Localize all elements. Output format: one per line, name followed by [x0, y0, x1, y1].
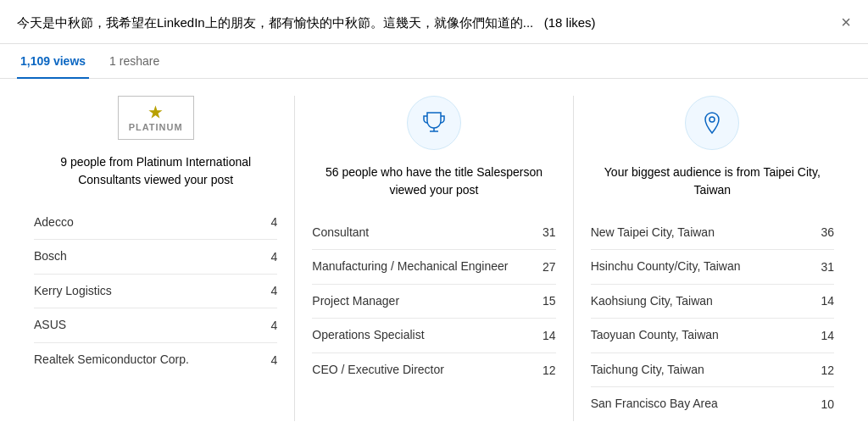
list-item: New Taipei City, Taiwan 36 [591, 216, 834, 251]
list-item: Realtek Semiconductor Corp. 4 [34, 343, 277, 377]
locations-column: Your biggest audience is from Taipei Cit… [574, 96, 851, 422]
location-label: Kaohsiung City, Taiwan [591, 293, 810, 310]
company-label: Adecco [34, 214, 253, 231]
companies-icon-area: ★ PLATINUM [34, 96, 277, 140]
trophy-icon [420, 109, 448, 136]
title-value: 31 [539, 225, 556, 239]
list-item: Hsinchu County/City, Taiwan 31 [591, 250, 834, 285]
title-label: Operations Specialist [312, 327, 531, 344]
likes-count: (18 likes) [544, 15, 596, 30]
header-text: 今天是中秋節，我希望在LinkedIn上的朋友，都有愉快的中秋節。這幾天，就像你… [17, 14, 827, 33]
list-item: Operations Specialist 14 [312, 319, 555, 353]
list-item: Consultant 31 [312, 216, 555, 251]
post-preview-text: 今天是中秋節，我希望在LinkedIn上的朋友，都有愉快的中秋節。這幾天，就像你… [17, 15, 533, 30]
list-item: CEO / Executive Director 12 [312, 353, 555, 387]
list-item: Manufacturing / Mechanical Engineer 27 [312, 250, 555, 285]
close-button[interactable]: × [841, 14, 851, 31]
company-value: 4 [260, 250, 277, 264]
location-value: 14 [817, 329, 834, 342]
list-item: Kaohsiung City, Taiwan 14 [591, 285, 834, 319]
locations-icon-area [591, 96, 834, 150]
locations-title: Your biggest audience is from Taipei Cit… [591, 164, 834, 199]
titles-list: Consultant 31 Manufacturing / Mechanical… [312, 216, 555, 387]
pin-icon-circle [685, 96, 739, 150]
location-label: San Francisco Bay Area [591, 396, 810, 413]
titles-title: 56 people who have the title Salesperson… [312, 164, 555, 199]
list-item: Taoyuan County, Taiwan 14 [591, 319, 834, 353]
location-label: Taichung City, Taiwan [591, 362, 810, 379]
location-label: Taoyuan County, Taiwan [591, 327, 810, 344]
title-value: 27 [539, 260, 556, 274]
tab-views[interactable]: 1,109 views [17, 44, 89, 78]
platinum-badge: ★ PLATINUM [118, 96, 194, 140]
companies-title: 9 people from Platinum International Con… [34, 153, 277, 189]
list-item: Adecco 4 [34, 206, 277, 241]
company-value: 4 [260, 215, 277, 229]
location-label: Hsinchu County/City, Taiwan [591, 258, 810, 275]
company-label: Bosch [34, 248, 253, 265]
list-item: ASUS 4 [34, 308, 277, 343]
list-item: Bosch 4 [34, 240, 277, 275]
tab-reshare-label: 1 reshare [109, 54, 159, 68]
locations-list: New Taipei City, Taiwan 36 Hsinchu Count… [591, 216, 834, 422]
titles-icon-area [312, 96, 555, 150]
title-label: CEO / Executive Director [312, 362, 531, 379]
company-label: Realtek Semiconductor Corp. [34, 352, 253, 369]
title-value: 14 [539, 329, 556, 342]
title-label: Project Manager [312, 293, 531, 310]
trophy-icon-circle [407, 96, 461, 150]
location-value: 14 [817, 294, 834, 308]
location-value: 36 [817, 225, 834, 239]
company-value: 4 [260, 319, 277, 332]
list-item: Project Manager 15 [312, 285, 555, 319]
content-area: ★ PLATINUM 9 people from Platinum Intern… [0, 79, 868, 439]
modal-container: 今天是中秋節，我希望在LinkedIn上的朋友，都有愉快的中秋節。這幾天，就像你… [0, 0, 868, 438]
titles-column: 56 people who have the title Salesperson… [295, 96, 573, 422]
company-value: 4 [260, 353, 277, 367]
location-label: New Taipei City, Taiwan [591, 225, 810, 241]
tabs-bar: 1,109 views 1 reshare [0, 44, 868, 79]
tab-views-label: 1,109 views [20, 54, 86, 68]
location-value: 12 [817, 364, 834, 377]
list-item: Kerry Logistics 4 [34, 275, 277, 309]
company-label: Kerry Logistics [34, 283, 253, 300]
title-value: 12 [539, 364, 556, 377]
platinum-text: PLATINUM [129, 122, 183, 132]
title-label: Consultant [312, 225, 531, 241]
list-item: Taichung City, Taiwan 12 [591, 353, 834, 388]
location-pin-icon [698, 109, 726, 136]
title-label: Manufacturing / Mechanical Engineer [312, 258, 531, 275]
title-value: 15 [539, 294, 556, 308]
companies-column: ★ PLATINUM 9 people from Platinum Intern… [17, 96, 295, 422]
tab-reshare[interactable]: 1 reshare [106, 44, 163, 78]
company-value: 4 [260, 284, 277, 297]
platinum-star-icon: ★ [148, 103, 163, 122]
header: 今天是中秋節，我希望在LinkedIn上的朋友，都有愉快的中秋節。這幾天，就像你… [0, 0, 868, 44]
svg-point-0 [709, 117, 715, 122]
companies-list: Adecco 4 Bosch 4 Kerry Logistics 4 ASUS … [34, 206, 277, 377]
location-value: 10 [817, 397, 834, 411]
list-item: San Francisco Bay Area 10 [591, 387, 834, 421]
location-value: 31 [817, 260, 834, 274]
company-label: ASUS [34, 317, 253, 334]
